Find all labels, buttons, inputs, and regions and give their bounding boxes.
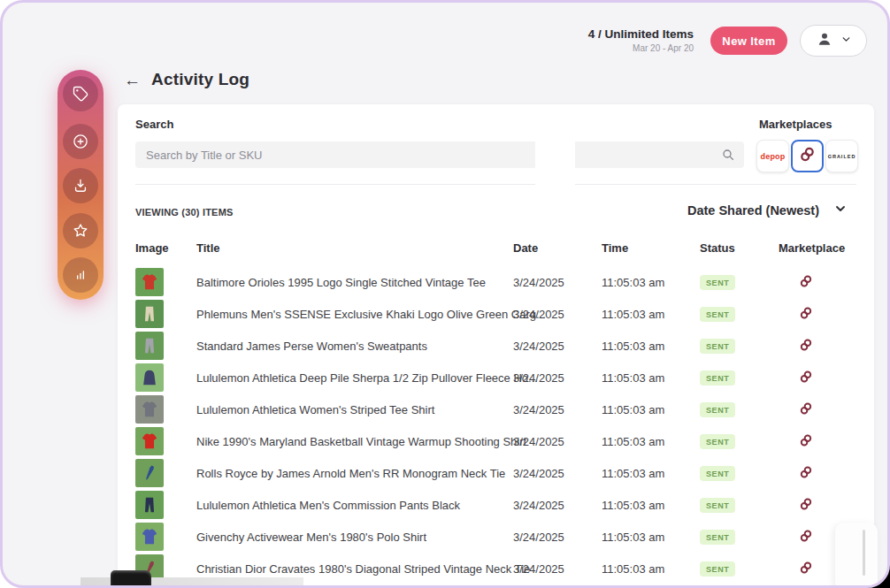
item-date: 3/24/2025 [513,332,564,360]
item-time: 11:05:03 am [602,554,664,583]
nav-rail [58,70,104,300]
poshmark-icon [799,497,813,515]
items-quota: 4 / Unlimited Items Mar 20 - Apr 20 [588,27,694,53]
item-time: 11:05:03 am [602,491,664,519]
item-date: 3/24/2025 [513,554,564,583]
item-time: 11:05:03 am [602,395,664,424]
item-title: Baltimore Orioles 1995 Logo Single Stitc… [196,268,486,296]
background-shoes-photo [111,570,151,588]
sort-dropdown[interactable]: Date Shared (Newest) [687,202,848,219]
item-title: Nike 1990's Maryland Basketball Vintage … [196,427,526,455]
status-badge: SENT [700,370,735,386]
status-badge: SENT [700,402,735,417]
table-header: Image Title Date Time Status Marketplace [118,241,874,257]
item-title: Rolls Royce by James Arnold Men's RR Mon… [196,459,505,487]
status-badge: SENT [700,530,735,545]
marketplaces-label: Marketplaces [759,118,832,131]
item-date: 3/24/2025 [513,268,564,296]
item-title: Givenchy Activewear Men's 1980's Polo Sh… [196,523,426,551]
poshmark-icon [799,370,813,387]
user-icon [816,30,833,51]
download-icon[interactable] [63,168,98,203]
app-window: 4 / Unlimited Items Mar 20 - Apr 20 New … [0,0,890,588]
panel-scrollbar[interactable] [863,530,865,576]
table-row[interactable]: Lululemon Athletica Women's Striped Tee … [118,395,874,424]
item-title: Lululemon Athletica Deep Pile Sherpa 1/2… [196,363,538,392]
chevron-down-icon [840,33,852,49]
column-header-title: Title [196,241,220,255]
white-overlay-patch [535,141,575,188]
table-row[interactable]: Lululemon Athletica Deep Pile Sherpa 1/2… [118,363,874,392]
table-row[interactable]: Lululemon Athletica Men's Commission Pan… [118,491,874,519]
item-title: Phlemuns Men's SSENSE Exclusive Khaki Lo… [196,300,546,328]
search-input[interactable] [135,141,744,168]
sort-label: Date Shared (Newest) [687,203,819,218]
status-badge: SENT [700,498,735,513]
item-thumbnail[interactable] [135,332,164,360]
poshmark-icon [799,465,813,483]
quota-date-range: Mar 20 - Apr 20 [588,43,694,53]
item-thumbnail[interactable] [135,523,164,551]
table-row[interactable]: Standard James Perse Women's Sweatpants3… [118,332,874,360]
status-badge: SENT [700,339,735,354]
item-date: 3/24/2025 [513,363,564,392]
poshmark-icon [799,433,813,451]
poshmark-icon [799,306,813,324]
grailed-logo: GRAILED [828,154,856,159]
item-thumbnail[interactable] [135,268,164,296]
item-time: 11:05:03 am [602,363,664,392]
column-header-time: Time [602,241,628,255]
star-icon[interactable] [63,213,98,248]
item-thumbnail[interactable] [135,363,164,392]
tag-icon[interactable] [63,76,98,111]
status-badge: SENT [700,307,735,322]
item-date: 3/24/2025 [513,300,564,328]
marketplace-depop-button[interactable]: depop [756,140,789,172]
item-thumbnail[interactable] [135,491,164,519]
status-badge: SENT [700,275,735,290]
marketplace-filter-row: depop GRAILED [756,140,858,172]
table-row[interactable]: Phlemuns Men's SSENSE Exclusive Khaki Lo… [118,300,874,328]
item-thumbnail[interactable] [135,459,164,487]
item-date: 3/24/2025 [513,459,564,487]
item-time: 11:05:03 am [602,332,664,360]
poshmark-icon [799,561,813,578]
column-header-image: Image [135,241,169,255]
bar-chart-icon[interactable] [63,257,98,293]
poshmark-icon [799,146,816,166]
item-time: 11:05:03 am [602,427,664,455]
item-time: 11:05:03 am [602,523,664,551]
viewing-count-label: VIEWING (30) ITEMS [135,207,234,218]
item-thumbnail[interactable] [135,427,164,455]
new-item-button[interactable]: New Item [710,27,787,55]
table-row[interactable]: Baltimore Orioles 1995 Logo Single Stitc… [118,268,874,296]
poshmark-icon [799,338,813,355]
poshmark-icon [799,401,813,419]
poshmark-icon [799,529,813,546]
item-date: 3/24/2025 [513,523,564,551]
item-thumbnail[interactable] [135,395,164,424]
floating-panel [835,523,878,588]
item-title: Lululemon Athletica Women's Striped Tee … [196,395,434,424]
search-icon[interactable] [721,148,735,165]
status-badge: SENT [700,434,735,449]
table-row[interactable]: Nike 1990's Maryland Basketball Vintage … [118,427,874,455]
item-thumbnail[interactable] [135,300,164,328]
item-time: 11:05:03 am [602,268,664,296]
table-row[interactable]: Givenchy Activewear Men's 1980's Polo Sh… [118,523,874,551]
status-badge: SENT [700,561,735,577]
chevron-down-icon [833,202,848,219]
table-row[interactable]: Rolls Royce by James Arnold Men's RR Mon… [118,459,874,487]
marketplace-poshmark-button[interactable] [791,140,824,172]
back-button[interactable]: ← [124,71,141,90]
activity-log-card: Search Marketplaces depop GRAILED VIEWIN… [118,104,874,588]
item-title: Lululemon Athletica Men's Commission Pan… [196,491,460,519]
poshmark-icon [799,274,813,292]
plus-circle-icon[interactable] [63,124,98,159]
column-header-date: Date [513,241,538,255]
account-menu-button[interactable] [800,25,867,57]
column-header-marketplace: Marketplace [779,241,845,255]
marketplace-grailed-button[interactable]: GRAILED [825,140,858,172]
section-divider [135,184,856,185]
item-date: 3/24/2025 [513,491,564,519]
